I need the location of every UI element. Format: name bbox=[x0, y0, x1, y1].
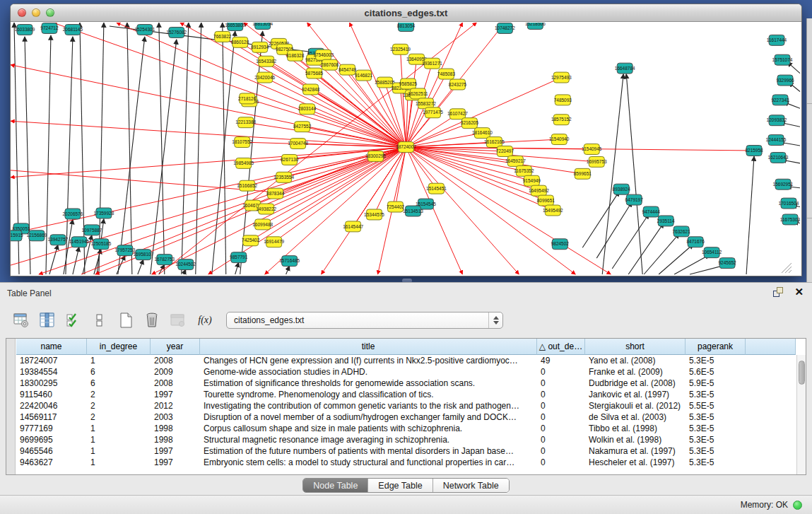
network-node[interactable]: 9227343 bbox=[771, 95, 789, 105]
table-row[interactable]: 1872400712008Changes of HCN gene express… bbox=[16, 355, 796, 366]
function-builder-icon[interactable]: f(x) bbox=[194, 315, 216, 326]
network-node[interactable]: 10244502 bbox=[175, 259, 196, 270]
table-row[interactable]: 911546021997Tourette syndrome. Phenomeno… bbox=[16, 389, 796, 400]
network-node[interactable]: 3216205 bbox=[461, 118, 479, 129]
network-node[interactable]: 12353554 bbox=[273, 172, 294, 182]
network-node[interactable]: 11675303 bbox=[780, 214, 801, 225]
tab-network-table[interactable]: Network Table bbox=[433, 479, 509, 492]
network-node[interactable]: 8215958 bbox=[745, 146, 763, 156]
network-node[interactable]: 15344575 bbox=[364, 209, 384, 220]
network-node[interactable]: 7220497 bbox=[496, 146, 514, 157]
network-node[interactable]: 3915915 bbox=[11, 230, 23, 241]
network-node[interactable]: 10975887 bbox=[81, 225, 102, 235]
network-node[interactable]: 8186328 bbox=[286, 50, 305, 61]
table-row[interactable]: 946362711997Embryonic stem cells: a mode… bbox=[16, 457, 796, 468]
network-node[interactable]: 18724007 bbox=[396, 142, 416, 153]
network-node[interactable]: 16914479 bbox=[264, 237, 284, 247]
network-node[interactable]: 8813054 bbox=[397, 23, 416, 31]
network-node[interactable]: 9242848 bbox=[302, 84, 320, 95]
network-node[interactable]: 7254402 bbox=[387, 201, 405, 212]
network-node[interactable]: 7485083 bbox=[437, 69, 456, 79]
network-node[interactable]: 17546003 bbox=[313, 49, 334, 60]
network-node[interactable]: 8471676 bbox=[687, 237, 705, 247]
network-node[interactable]: 15716485 bbox=[279, 256, 300, 267]
close-button[interactable] bbox=[18, 8, 26, 17]
network-node[interactable]: 16958107 bbox=[133, 250, 153, 260]
network-node[interactable]: 7425402 bbox=[242, 235, 260, 246]
network-node[interactable]: 15145451 bbox=[426, 183, 447, 194]
network-node[interactable]: 17004748 bbox=[288, 139, 308, 149]
table-row[interactable]: 1938455462009Genome-wide association stu… bbox=[16, 366, 796, 378]
show-column-icon[interactable] bbox=[37, 310, 57, 330]
select-all-icon[interactable] bbox=[64, 310, 83, 330]
network-node[interactable]: 16995753 bbox=[587, 156, 607, 167]
network-node[interactable]: 8267130 bbox=[281, 154, 299, 165]
network-node[interactable]: 6479197 bbox=[625, 194, 644, 205]
network-node[interactable]: 8860128 bbox=[231, 37, 249, 47]
network-node[interactable]: 10748272 bbox=[495, 23, 515, 33]
network-node[interactable]: 16033809 bbox=[15, 24, 35, 35]
network-node[interactable]: 16459217 bbox=[505, 156, 526, 166]
network-node[interactable]: 15218506 bbox=[525, 23, 546, 29]
network-node[interactable]: 15276082 bbox=[166, 27, 187, 37]
network-node[interactable]: 13942757 bbox=[48, 235, 69, 245]
network-node[interactable]: 9154949 bbox=[523, 175, 541, 186]
network-node[interactable]: 17359928 bbox=[93, 208, 114, 218]
network-node[interactable]: 8938924 bbox=[613, 184, 631, 194]
new-table-icon[interactable] bbox=[116, 310, 136, 330]
zoom-button[interactable] bbox=[46, 8, 54, 17]
column-header-year[interactable]: year bbox=[151, 339, 200, 355]
network-node[interactable]: 15495492 bbox=[543, 205, 563, 216]
network-node[interactable]: 8912934 bbox=[251, 42, 269, 52]
window-titlebar[interactable]: citations_edges.txt bbox=[11, 4, 801, 22]
network-node[interactable]: 8099651 bbox=[537, 195, 555, 206]
column-header-pagerank[interactable]: pagerank bbox=[686, 339, 746, 355]
network-node[interactable]: 8454749 bbox=[339, 64, 357, 75]
network-node[interactable]: 5875685 bbox=[305, 68, 324, 78]
network-node[interactable]: 16653809 bbox=[225, 23, 245, 30]
network-node[interactable]: 12156869 bbox=[27, 230, 47, 241]
column-header-title[interactable]: title bbox=[200, 339, 537, 355]
network-node[interactable]: 20206576 bbox=[62, 209, 83, 219]
table-selector-dropdown[interactable]: citations_edges.txt bbox=[226, 312, 503, 329]
network-node[interactable]: 18813054 bbox=[252, 23, 273, 29]
network-node[interactable]: 7632621 bbox=[673, 226, 691, 237]
table-row[interactable]: 2242004622012Investigating the contribut… bbox=[16, 400, 796, 411]
network-node[interactable]: 11617444 bbox=[767, 35, 787, 45]
network-node[interactable]: 16648784 bbox=[615, 63, 635, 74]
network-node[interactable]: 15134513 bbox=[403, 206, 423, 216]
table-row[interactable]: 977716911998Corpus callosum shape and si… bbox=[16, 423, 796, 434]
close-panel-icon[interactable]: ✕ bbox=[794, 287, 804, 297]
network-node[interactable]: 18300295 bbox=[365, 151, 386, 161]
network-node[interactable]: 9857791 bbox=[230, 252, 248, 263]
tab-node-table[interactable]: Node Table bbox=[303, 479, 368, 492]
tab-edge-table[interactable]: Edge Table bbox=[368, 479, 433, 492]
network-node[interactable]: 7485093 bbox=[554, 95, 572, 105]
network-node[interactable]: 2867608 bbox=[321, 59, 339, 70]
network-node[interactable]: 16145447 bbox=[343, 221, 363, 232]
table-row[interactable]: 969969511998Structural magnetic resonanc… bbox=[16, 434, 796, 445]
column-header-out_de[interactable]: △ out_de… bbox=[537, 339, 585, 355]
network-node[interactable]: 11540945 bbox=[582, 144, 602, 155]
network-node[interactable]: 12444155 bbox=[766, 135, 787, 146]
network-node[interactable]: 12505185 bbox=[90, 239, 111, 250]
network-node[interactable]: 16782753 bbox=[154, 255, 175, 265]
network-node[interactable]: 8427552 bbox=[293, 122, 312, 132]
scrollbar-thumb[interactable] bbox=[799, 361, 805, 385]
network-node[interactable]: 9245652 bbox=[718, 258, 736, 269]
network-node[interactable]: 16262511 bbox=[408, 88, 428, 99]
network-node[interactable]: 11540940 bbox=[549, 134, 570, 145]
network-node[interactable]: 17957253 bbox=[114, 245, 135, 256]
table-mode-icon[interactable] bbox=[11, 310, 31, 330]
network-node[interactable]: 11451945 bbox=[69, 237, 90, 247]
network-node[interactable]: 9724712 bbox=[40, 23, 59, 33]
network-node[interactable]: 8878344 bbox=[266, 188, 285, 199]
network-node[interactable]: 9474444 bbox=[642, 206, 661, 217]
network-node[interactable]: 11675352 bbox=[514, 165, 534, 176]
network-node[interactable]: 8599651 bbox=[574, 168, 592, 179]
network-node[interactable]: 17016504 bbox=[779, 198, 799, 209]
network-node[interactable]: 12325419 bbox=[390, 44, 411, 54]
network-node[interactable]: 16543382 bbox=[256, 56, 276, 66]
network-graph[interactable]: 1603380997247122068114515254301152760821… bbox=[11, 23, 801, 276]
column-header-in_degree[interactable]: in_degree bbox=[87, 339, 151, 355]
